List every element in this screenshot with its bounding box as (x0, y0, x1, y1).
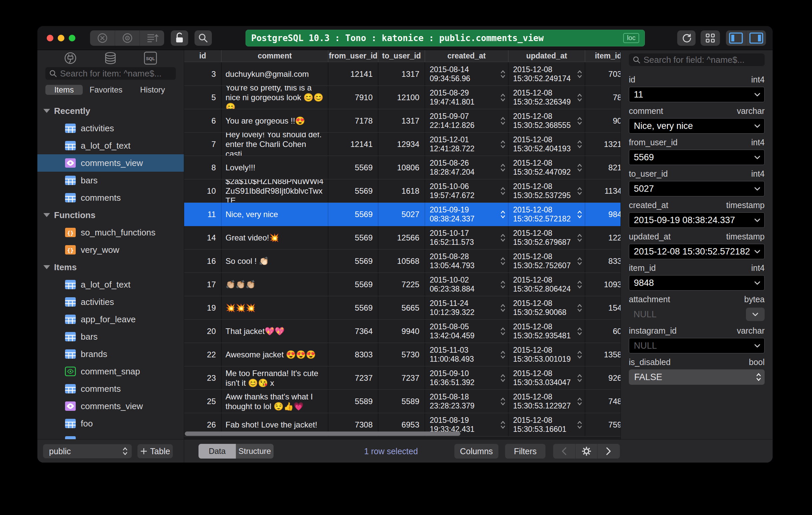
sidebar-item-comments[interactable]: comments (37, 189, 184, 207)
next-page-button[interactable] (597, 444, 619, 459)
cell-comment[interactable]: Me too Fernanda! It's cute isn't it 😊😘 x (222, 367, 328, 389)
cell-from-user-id[interactable]: 7910 (328, 86, 378, 109)
table-row-id-20[interactable]: 20That jacket💖💖736499402015-08-0513:42:0… (184, 320, 620, 343)
cell-comment[interactable]: Aww thanks that's what I thought to lol … (222, 390, 328, 413)
cell-updated-at[interactable]: 2015-12-0815:30:52.806424 (509, 273, 585, 296)
target-button[interactable] (115, 30, 140, 46)
cell-item-id[interactable]: 13580 (585, 343, 620, 366)
cell-comment[interactable]: duchuykun@gmail.com (222, 62, 328, 85)
cell-created-at[interactable]: 2015-08-2919:47:41.801 (425, 86, 509, 109)
cell-from-user-id[interactable]: 5569 (328, 226, 378, 249)
cell-created-at[interactable]: 2015-08-1823:28:23.379 (425, 390, 509, 413)
sidebar-item-foo[interactable]: foo (37, 415, 184, 432)
cell-created-at[interactable]: 2015-12-0112:41:28.722 (425, 133, 509, 156)
timestamp-stepper[interactable] (577, 373, 582, 383)
cell-comment[interactable]: So cool ! 👏🏻 (222, 249, 328, 273)
cell-from-user-id[interactable]: 7237 (328, 367, 378, 389)
cell-id[interactable]: 8 (184, 156, 222, 179)
updated_at-value-dropdown[interactable]: 2015-12-08 15:30:52.572182 (629, 244, 765, 259)
table-search-button[interactable] (195, 30, 212, 46)
cell-from-user-id[interactable]: 5569 (328, 203, 378, 226)
cell-updated-at[interactable]: 2015-12-0815:30:52.447092 (509, 156, 585, 179)
timestamp-stepper[interactable] (577, 116, 582, 126)
timestamp-stepper[interactable] (577, 256, 582, 266)
timestamp-stepper[interactable] (500, 116, 505, 126)
timestamp-stepper[interactable] (577, 420, 582, 430)
cell-created-at[interactable]: 2015-08-2618:28:47.204 (425, 156, 509, 179)
timestamp-stepper[interactable] (500, 303, 505, 313)
table-row-id-7[interactable]: 7Hey lovely! You should def. enter the C… (184, 133, 620, 156)
cell-from-user-id[interactable]: 5569 (328, 296, 378, 319)
field-search-field[interactable] (629, 53, 765, 66)
id-value-dropdown[interactable]: 11 (629, 87, 765, 102)
horizontal-scrollbar[interactable] (185, 432, 460, 436)
columns-button[interactable]: Columns (454, 444, 498, 459)
cell-id[interactable]: 3 (184, 62, 222, 85)
close-window-button[interactable] (47, 35, 53, 42)
sidebar-item-comment_snap[interactable]: comment_snap (37, 363, 184, 380)
cell-item-id[interactable]: 7483 (585, 390, 620, 413)
cell-comment[interactable]: Great video!💥 (222, 226, 328, 249)
sidebar-item-comments_view[interactable]: comments_view (37, 398, 184, 415)
cell-created-at[interactable]: 2015-11-0311:00:48.493 (425, 343, 509, 366)
schema-select[interactable]: public (43, 444, 132, 458)
sidebar-item-activities[interactable]: activities (37, 119, 184, 137)
cell-updated-at[interactable]: 2015-12-0815:30:52.326349 (509, 86, 585, 109)
sidebar-item-activities[interactable]: activities (37, 293, 184, 310)
toggle-right-sidebar-button[interactable] (746, 30, 766, 46)
cell-comment[interactable]: 💥💥💥 (222, 296, 328, 319)
cell-id[interactable]: 20 (184, 320, 222, 343)
cell-to-user-id[interactable]: 12100 (378, 86, 425, 109)
cell-item-id[interactable]: 7593 (585, 413, 620, 436)
cell-updated-at[interactable]: 2015-12-0815:30:52.679687 (509, 226, 585, 249)
timestamp-stepper[interactable] (500, 92, 505, 103)
sidebar-item-comments_view[interactable]: comments_view (37, 154, 184, 172)
timestamp-stepper[interactable] (577, 350, 582, 360)
timestamp-stepper[interactable] (500, 163, 505, 173)
cell-comment[interactable]: Nice, very nice (222, 203, 328, 226)
column-header-to_user_id[interactable]: to_user_id (378, 50, 425, 62)
cell-item-id[interactable]: 11345 (585, 179, 620, 202)
cell-id[interactable]: 25 (184, 390, 222, 413)
cell-item-id[interactable]: 13213 (585, 133, 620, 156)
cell-created-at[interactable]: 2015-10-0206:23:38.884 (425, 273, 509, 296)
cell-item-id[interactable]: 608 (585, 320, 620, 343)
export-rows-button[interactable] (140, 30, 164, 46)
cell-item-id[interactable]: 1227 (585, 226, 620, 249)
item_id-value-dropdown[interactable]: 9848 (629, 275, 765, 291)
cell-item-id[interactable]: 789 (585, 86, 620, 109)
cell-to-user-id[interactable]: 5027 (378, 203, 425, 226)
timestamp-stepper[interactable] (500, 279, 505, 290)
timestamp-stepper[interactable] (500, 256, 505, 266)
cell-comment[interactable]: That jacket💖💖 (222, 320, 328, 343)
column-header-id[interactable]: id (184, 50, 222, 62)
table-row-id-25[interactable]: 25Aww thanks that's what I thought to lo… (184, 390, 620, 413)
column-header-from_user_id[interactable]: from_user_id (328, 50, 378, 62)
sidebar-group-header[interactable]: Recently (37, 102, 184, 119)
cell-comment[interactable]: $2a$10$HZLN88PNuWWi4ZuS91Ib8dR98Ijt0kblv… (222, 179, 328, 202)
toggle-left-sidebar-button[interactable] (726, 30, 746, 46)
timestamp-stepper[interactable] (577, 397, 582, 406)
is_disabled-select[interactable]: FALSE (629, 370, 765, 385)
cell-id[interactable]: 14 (184, 226, 222, 249)
cell-id[interactable]: 11 (184, 203, 222, 226)
cell-from-user-id[interactable]: 12141 (328, 62, 378, 85)
table-row-id-8[interactable]: 8Lovely!!!5569108062015-08-2618:28:47.20… (184, 156, 620, 179)
cell-comment[interactable]: Lovely!!! (222, 156, 328, 179)
sidebar-item-a_lot_of_text[interactable]: a_lot_of_text (37, 276, 184, 293)
cell-created-at[interactable]: 2015-08-1409:34:56.96 (425, 62, 509, 85)
cell-updated-at[interactable]: 2015-12-0815:30:53.001019 (509, 343, 585, 366)
sidebar-item-app_for_leave[interactable]: app_for_leave (37, 310, 184, 328)
cell-comment[interactable]: You are gorgeous !!😍 (222, 109, 328, 132)
cell-comment[interactable]: You're so pretty, this is a nice ni gorg… (222, 86, 328, 109)
cell-item-id[interactable]: 7034 (585, 62, 620, 85)
column-header-comment[interactable]: comment (222, 50, 328, 62)
cell-comment[interactable]: 👏🏼👏🏼👏🏼 (222, 273, 328, 296)
cell-created-at[interactable]: 2015-09-0722:14:12.826 (425, 109, 509, 132)
table-row-id-6[interactable]: 6You are gorgeous !!😍717813172015-09-072… (184, 109, 620, 133)
sidebar-item-comments[interactable]: comments (37, 380, 184, 398)
cell-to-user-id[interactable]: 5589 (378, 390, 425, 413)
cell-created-at[interactable]: 2015-08-0513:42:04.459 (425, 320, 509, 343)
cell-id[interactable]: 7 (184, 133, 222, 156)
database-icon[interactable] (104, 51, 117, 65)
